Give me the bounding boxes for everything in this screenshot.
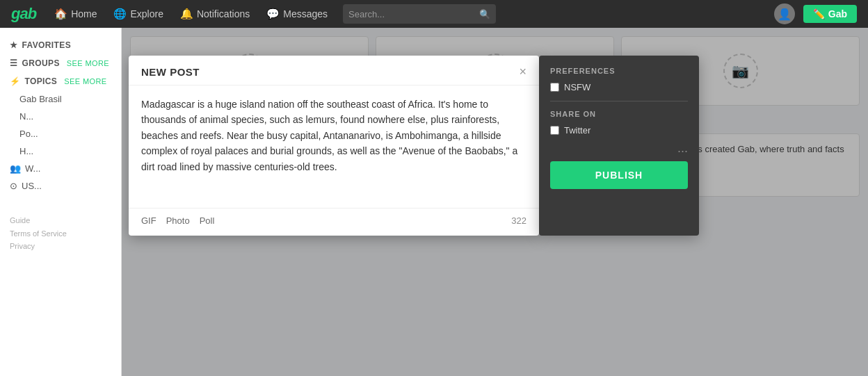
top-navigation: gab 🏠 Home 🌐 Explore 🔔 Notifications 💬 M… (0, 0, 868, 28)
sidebar-item-gab-brasil[interactable]: Gab Brasil (0, 90, 121, 108)
prefs-divider (550, 101, 688, 101)
char-count: 322 (511, 215, 527, 226)
nav-explore-label: Explore (130, 8, 163, 19)
gab-button-label: Gab (828, 8, 847, 19)
modal-footer: GIF Photo Poll 322 (129, 208, 539, 236)
post-textarea[interactable] (141, 97, 527, 194)
logo[interactable]: gab (11, 5, 36, 23)
modal-actions: GIF Photo Poll (141, 215, 214, 226)
nsfw-checkbox[interactable] (550, 83, 559, 92)
sidebar-item-humor[interactable]: H... (0, 142, 121, 160)
modal-container: NEW POST × GIF Photo Poll 322 (129, 56, 699, 236)
gab-button-icon: ✏️ (813, 8, 825, 19)
us-label: US... (22, 181, 42, 191)
messages-icon: 💬 (266, 8, 280, 20)
publish-button[interactable]: PUBLISH (550, 161, 688, 189)
footer-privacy-link[interactable]: Privacy (10, 242, 35, 250)
twitter-checkbox[interactable] (550, 126, 559, 135)
topics-label: TOPICS (24, 76, 57, 86)
modal-body (129, 85, 539, 208)
users-icon: 👥 (10, 163, 21, 174)
nsfw-label: NSFW (564, 82, 590, 92)
groups-label: GROUPS (22, 58, 59, 68)
gif-button[interactable]: GIF (141, 215, 156, 226)
preferences-title: PREFERENCES (550, 67, 688, 75)
sidebar-item-politics[interactable]: Po... (0, 125, 121, 142)
share-on-title: SHARE ON (550, 110, 688, 118)
search-input[interactable] (348, 9, 479, 19)
favorites-label: FAVORITES (22, 40, 71, 50)
bell-icon: 🔔 (180, 8, 193, 20)
sidebar-us: ⊙ US... (0, 177, 121, 195)
avatar[interactable]: 👤 (774, 3, 795, 24)
star-icon: ★ (10, 40, 17, 50)
nav-home[interactable]: 🏠 Home (47, 0, 104, 28)
nav-notifications-label: Notifications (197, 8, 250, 19)
home-icon: 🏠 (54, 8, 67, 20)
sidebar: ★ FAVORITES ☰ GROUPS See more ⚡ TOPICS S… (0, 28, 122, 376)
search-icon[interactable]: 🔍 (479, 9, 490, 19)
nav-explore[interactable]: 🌐 Explore (106, 0, 170, 28)
groups-see-more[interactable]: See more (67, 59, 109, 67)
sidebar-footer: Guide Terms of Service Privacy (0, 209, 121, 259)
modal-title: NEW POST (141, 66, 200, 78)
sidebar-item-news[interactable]: N... (0, 108, 121, 125)
avatar-icon: 👤 (778, 8, 791, 21)
new-post-modal: NEW POST × GIF Photo Poll 322 (129, 56, 539, 236)
explore-icon: 🌐 (113, 8, 127, 20)
content-area: ✏️ 👥 📷 It finally happened, I have been … (122, 28, 868, 376)
topics-icon: ⚡ (10, 76, 20, 86)
footer-guide-link[interactable]: Guide (10, 216, 30, 224)
search-bar[interactable]: 🔍 (343, 4, 496, 24)
main-layout: ★ FAVORITES ☰ GROUPS See more ⚡ TOPICS S… (0, 28, 868, 376)
nav-notifications[interactable]: 🔔 Notifications (173, 0, 257, 28)
topics-see-more[interactable]: See more (64, 77, 106, 85)
modal-header: NEW POST × (129, 56, 539, 85)
footer-tos-link[interactable]: Terms of Service (10, 229, 67, 238)
with-label: W... (25, 163, 40, 174)
preferences-panel: PREFERENCES NSFW SHARE ON Twitter ... PU… (539, 56, 699, 236)
more-options-icon[interactable]: ... (677, 141, 688, 156)
gab-button[interactable]: ✏️ Gab (803, 5, 857, 23)
twitter-row: Twitter (550, 125, 688, 136)
nsfw-row: NSFW (550, 82, 688, 92)
close-icon[interactable]: × (519, 65, 527, 78)
sidebar-topics-header: ⚡ TOPICS See more (0, 72, 121, 90)
twitter-label: Twitter (564, 125, 590, 136)
poll-button[interactable]: Poll (200, 215, 215, 226)
sidebar-groups-header: ☰ GROUPS See more (0, 54, 121, 72)
groups-icon: ☰ (10, 58, 17, 68)
sidebar-with: 👥 W... (0, 160, 121, 177)
sidebar-favorites: ★ FAVORITES (0, 36, 121, 54)
circle-icon: ⊙ (10, 181, 17, 191)
nav-messages[interactable]: 💬 Messages (259, 0, 335, 28)
nav-home-label: Home (71, 8, 97, 19)
photo-button[interactable]: Photo (166, 215, 190, 226)
nav-messages-label: Messages (283, 8, 328, 19)
modal-backdrop: NEW POST × GIF Photo Poll 322 (122, 28, 868, 376)
